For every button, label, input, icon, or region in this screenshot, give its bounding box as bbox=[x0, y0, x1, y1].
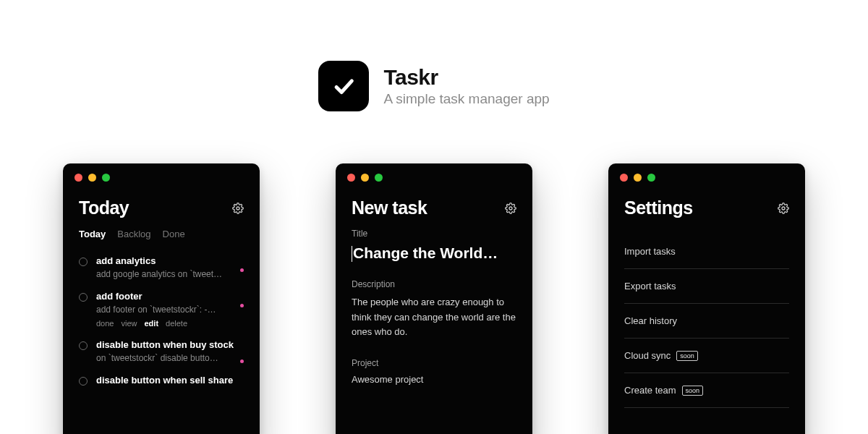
soon-badge: soon bbox=[682, 386, 704, 396]
task-body: disable button when sell share bbox=[96, 375, 244, 386]
title-input[interactable]: Change the World… bbox=[352, 244, 516, 262]
status-dot-icon bbox=[240, 359, 244, 363]
task-action-edit[interactable]: edit bbox=[145, 319, 159, 328]
task-desc: add google analytics on `tweet… bbox=[96, 269, 244, 279]
svg-point-1 bbox=[509, 207, 512, 210]
maximize-icon[interactable] bbox=[647, 174, 655, 182]
window-today: Today Today Backlog Done add analytics a… bbox=[63, 163, 260, 434]
field-label-project: Project bbox=[352, 358, 516, 368]
svg-point-2 bbox=[782, 207, 785, 210]
settings-item-label: Clear history bbox=[624, 315, 677, 326]
task-item[interactable]: add analytics add google analytics on `t… bbox=[79, 255, 244, 279]
titlebar: New task bbox=[352, 197, 516, 218]
tab-backlog[interactable]: Backlog bbox=[117, 229, 150, 239]
window-controls bbox=[75, 174, 244, 182]
task-action-view[interactable]: view bbox=[121, 319, 137, 328]
titlebar: Settings bbox=[624, 197, 789, 218]
screens-row: Today Today Backlog Done add analytics a… bbox=[0, 163, 868, 434]
task-body: disable button when buy stock on `tweets… bbox=[96, 339, 244, 363]
settings-list: Import tasks Export tasks Clear history … bbox=[624, 234, 789, 408]
close-icon[interactable] bbox=[620, 174, 628, 182]
task-checkbox[interactable] bbox=[79, 377, 88, 386]
status-dot-icon bbox=[240, 268, 244, 272]
page-title: Today bbox=[79, 197, 129, 218]
settings-item-label: Export tasks bbox=[624, 281, 676, 292]
svg-point-0 bbox=[237, 207, 239, 210]
task-checkbox[interactable] bbox=[79, 258, 88, 266]
task-checkbox[interactable] bbox=[79, 341, 88, 350]
task-item[interactable]: add footer add footer on `tweetstockr`: … bbox=[79, 291, 244, 328]
page-title: Settings bbox=[624, 197, 693, 218]
close-icon[interactable] bbox=[347, 174, 355, 182]
settings-item-import[interactable]: Import tasks bbox=[624, 234, 789, 269]
settings-item-export[interactable]: Export tasks bbox=[624, 269, 789, 304]
gear-icon[interactable] bbox=[232, 203, 244, 214]
task-actions: done view edit delete bbox=[96, 319, 244, 328]
task-title: add footer bbox=[96, 291, 244, 302]
settings-item-label: Create team bbox=[624, 385, 676, 396]
description-input[interactable]: The people who are crazy enough to think… bbox=[352, 295, 516, 339]
task-action-delete[interactable]: delete bbox=[166, 319, 187, 328]
settings-item-clear-history[interactable]: Clear history bbox=[624, 304, 789, 339]
window-new-task: New task Title Change the World… Descrip… bbox=[336, 163, 532, 434]
task-item[interactable]: disable button when sell share bbox=[79, 375, 244, 386]
text-caret-icon bbox=[352, 246, 352, 262]
status-dot-icon bbox=[240, 304, 244, 307]
field-label-title: Title bbox=[352, 229, 516, 239]
app-title: Taskr bbox=[383, 65, 549, 90]
gear-icon[interactable] bbox=[505, 203, 516, 214]
close-icon[interactable] bbox=[75, 174, 82, 182]
gear-icon[interactable] bbox=[778, 203, 789, 214]
hero: Taskr A simple task manager app bbox=[0, 0, 868, 140]
task-action-done[interactable]: done bbox=[96, 319, 114, 328]
app-logo bbox=[318, 61, 369, 111]
settings-item-create-team[interactable]: Create team soon bbox=[624, 373, 789, 408]
settings-item-label: Cloud sync bbox=[624, 350, 671, 361]
task-title: add analytics bbox=[96, 255, 244, 266]
minimize-icon[interactable] bbox=[634, 174, 642, 182]
titlebar: Today bbox=[79, 197, 244, 218]
title-input-value: Change the World… bbox=[353, 244, 498, 261]
settings-item-cloud-sync[interactable]: Cloud sync soon bbox=[624, 339, 789, 373]
page-title: New task bbox=[352, 197, 427, 218]
tab-today[interactable]: Today bbox=[79, 229, 106, 239]
minimize-icon[interactable] bbox=[361, 174, 369, 182]
task-checkbox[interactable] bbox=[79, 293, 88, 302]
soon-badge: soon bbox=[676, 351, 698, 361]
task-title: disable button when buy stock bbox=[96, 339, 244, 350]
window-settings: Settings Import tasks Export tasks Clear… bbox=[608, 163, 805, 434]
task-desc: add footer on `tweetstockr`: -… bbox=[96, 305, 244, 315]
task-list: add analytics add google analytics on `t… bbox=[79, 255, 244, 386]
check-icon bbox=[331, 74, 356, 98]
field-label-description: Description bbox=[352, 279, 516, 289]
maximize-icon[interactable] bbox=[102, 174, 110, 182]
settings-item-label: Import tasks bbox=[624, 246, 676, 257]
tab-done[interactable]: Done bbox=[163, 229, 185, 239]
task-body: add analytics add google analytics on `t… bbox=[96, 255, 244, 279]
task-item[interactable]: disable button when buy stock on `tweets… bbox=[79, 339, 244, 363]
maximize-icon[interactable] bbox=[375, 174, 383, 182]
project-select[interactable]: Awesome project bbox=[352, 374, 516, 385]
hero-text: Taskr A simple task manager app bbox=[383, 65, 549, 107]
tabs: Today Backlog Done bbox=[79, 229, 244, 239]
app-subtitle: A simple task manager app bbox=[383, 91, 549, 107]
window-controls bbox=[620, 174, 789, 182]
window-controls bbox=[347, 174, 516, 182]
task-body: add footer add footer on `tweetstockr`: … bbox=[96, 291, 244, 328]
task-title: disable button when sell share bbox=[96, 375, 244, 386]
task-desc: on `tweetstockr` disable butto… bbox=[96, 353, 244, 363]
minimize-icon[interactable] bbox=[88, 174, 96, 182]
